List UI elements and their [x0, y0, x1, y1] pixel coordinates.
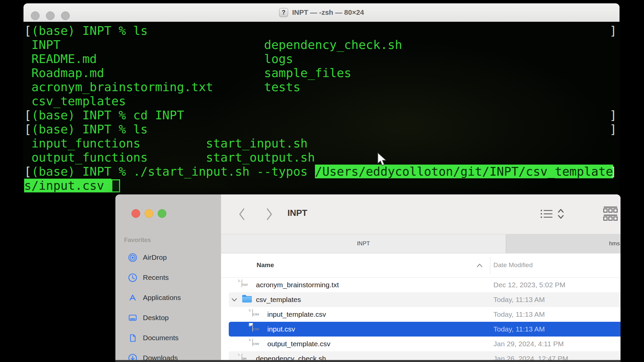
chevron-left-icon — [238, 208, 246, 221]
list-view-icon — [540, 208, 553, 219]
column-header-row: Name Date Modified — [221, 253, 621, 278]
tab-label: INPT — [357, 240, 370, 247]
terminal-line: csv_templates — [24, 94, 620, 108]
file-name: input.csv — [267, 325, 295, 333]
sidebar-item-label: Recents — [143, 274, 169, 282]
tab-hms[interactable]: hms — [506, 234, 621, 253]
terminal-minimize-button[interactable] — [46, 11, 55, 20]
folder-icon — [241, 294, 253, 303]
appstore-icon — [128, 293, 137, 302]
grid-view-icon — [603, 206, 618, 222]
terminal-command-line: [(base) INPT % ./start_input.sh --typos … — [24, 165, 620, 179]
terminal-line: Roadmap.md sample_files — [24, 66, 620, 80]
desktop: ? INPT — -zsh — 80×24 [(base) INPT % ls]… — [0, 0, 644, 362]
finder-close-button[interactable] — [131, 209, 140, 218]
finder-minimize-button[interactable] — [145, 209, 153, 218]
finder-toolbar: INPT — [221, 194, 621, 234]
column-header-date-modified[interactable]: Date Modified — [493, 261, 533, 269]
chevron-right-icon — [266, 208, 273, 221]
text-file-icon: TXT — [241, 279, 242, 287]
csv-file-icon: CSV — [252, 323, 253, 331]
terminal-cursor — [112, 180, 119, 191]
tab-inpt[interactable]: INPT — [221, 234, 506, 253]
file-row-output-template-csv[interactable]: CSV output_template.csv Jan 29, 2024, 4:… — [229, 337, 621, 351]
terminal-window[interactable]: ? INPT — -zsh — 80×24 [(base) INPT % ls]… — [23, 3, 620, 194]
terminal-line: README.md logs — [24, 52, 620, 66]
desktop-icon — [128, 313, 137, 322]
terminal-line: INPT dependency_check.sh — [24, 38, 620, 52]
clock-icon — [128, 273, 137, 282]
file-row-input-template-csv[interactable]: CSV input_template.csv Today, 11:13 AM — [229, 307, 621, 322]
mouse-cursor — [377, 152, 387, 167]
back-button[interactable] — [234, 206, 249, 223]
terminal-line: output_functions start_output.sh — [24, 150, 620, 165]
terminal-line: [(base) INPT % ls] — [24, 24, 620, 38]
forward-button[interactable] — [262, 206, 277, 223]
disclosure-expanded-icon[interactable] — [231, 298, 237, 302]
file-date: Today, 11:13 AM — [493, 325, 545, 333]
dock-edge-strip — [115, 360, 621, 362]
terminal-line: [(base) INPT % ls] — [24, 122, 620, 136]
csv-file-icon: CSV — [252, 308, 253, 317]
terminal-command-line-wrap: s/input.csv — [24, 179, 620, 193]
sidebar-item-recents[interactable]: Recents — [115, 267, 221, 288]
file-date: Jan 29, 2024, 4:11 PM — [493, 340, 564, 348]
terminal-close-button[interactable] — [31, 11, 40, 20]
file-row-csv-templates[interactable]: csv_templates Today, 11:13 AM — [229, 292, 621, 307]
tab-bar: INPT hms — [221, 234, 621, 253]
sidebar-item-applications[interactable]: Applications — [115, 288, 221, 308]
terminal-zoom-button[interactable] — [61, 11, 70, 20]
terminal-line: acronym_brainstorming.txt tests — [24, 80, 620, 94]
airdrop-icon — [128, 253, 137, 262]
sidebar-item-desktop[interactable]: Desktop — [115, 308, 221, 328]
sidebar-item-label: Desktop — [143, 314, 169, 322]
terminal-titlebar[interactable]: ? INPT — -zsh — 80×24 — [23, 3, 620, 22]
sidebar-item-label: AirDrop — [143, 253, 167, 261]
file-name: acronym_brainstorming.txt — [256, 281, 339, 289]
file-date: Today, 11:13 AM — [493, 296, 545, 304]
csv-file-icon: CSV — [252, 338, 253, 346]
file-date: Dec 12, 2023, 5:02 PM — [493, 281, 566, 289]
sidebar-item-documents[interactable]: Documents — [115, 328, 221, 348]
finder-window: Favorites AirDrop Recents — [115, 194, 621, 362]
finder-window-title: INPT — [287, 208, 307, 218]
sidebar-item-label: Applications — [143, 294, 181, 302]
terminal-app-icon: ? — [279, 8, 288, 17]
finder-zoom-button[interactable] — [158, 209, 166, 218]
column-header-name[interactable]: Name — [257, 261, 274, 269]
icon-view-button[interactable] — [603, 206, 618, 223]
finder-main: INPT — [221, 194, 621, 362]
tab-label: hms — [609, 240, 620, 247]
sidebar-item-label: Documents — [143, 334, 178, 342]
view-mode-control[interactable] — [540, 208, 565, 220]
file-row-acronym-brainstorming-txt[interactable]: TXT acronym_brainstorming.txt Dec 12, 20… — [229, 278, 621, 292]
sidebar-section-favorites: Favorites — [124, 237, 151, 244]
file-name: csv_templates — [256, 296, 301, 304]
column-divider[interactable] — [490, 257, 490, 274]
terminal-title-text: INPT — -zsh — 80×24 — [292, 8, 364, 16]
sidebar-item-airdrop[interactable]: AirDrop — [115, 247, 221, 267]
file-list: TXT acronym_brainstorming.txt Dec 12, 20… — [221, 278, 621, 362]
terminal-line: input_functions start_input.sh — [24, 136, 620, 150]
terminal-title: ? INPT — -zsh — 80×24 — [279, 8, 364, 17]
file-name: input_template.csv — [267, 310, 326, 318]
terminal-output: [(base) INPT % ls] INPT dependency_check… — [23, 22, 620, 194]
terminal-line: [(base) INPT % cd INPT] — [24, 108, 620, 122]
sort-ascending-icon — [477, 263, 483, 267]
finder-sidebar: Favorites AirDrop Recents — [115, 194, 221, 362]
file-row-input-csv-selected[interactable]: CSV input.csv Today, 11:13 AM — [229, 322, 621, 337]
view-selector-chevrons-icon — [557, 208, 565, 220]
file-name: output_template.csv — [267, 340, 330, 348]
file-date: Today, 11:13 AM — [493, 310, 545, 318]
document-icon — [128, 334, 137, 343]
